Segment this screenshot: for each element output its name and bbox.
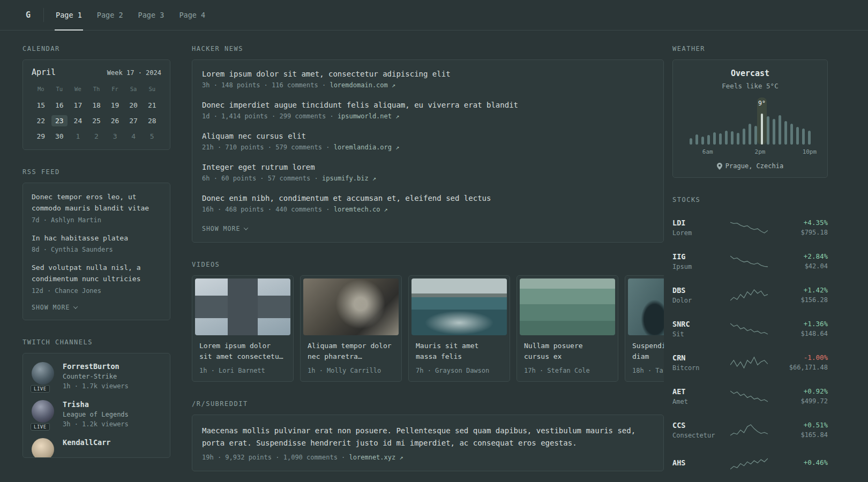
left-column: CALENDAR April Week 17 · 2024 Mo Tu We T… [23,45,170,482]
hacker-news-widget: HACKER NEWS Lorem ipsum dolor sit amet, … [192,45,664,243]
hn-story-domain-link[interactable]: loremdomain.com [330,81,387,89]
stock-row[interactable]: SNRC Sit +1.36% $148.64 [672,312,828,345]
hn-story-domain-link[interactable]: ipsumify.biz [322,175,369,182]
stock-price: $499.72 [776,397,828,405]
calendar-day: 16 [50,97,69,113]
hn-story-domain-link[interactable]: loremlandia.org [334,144,392,151]
center-column: HACKER NEWS Lorem ipsum dolor sit amet, … [192,45,664,482]
tab-page-1[interactable]: Page 1 [48,0,89,30]
calendar-day: 27 [124,113,143,129]
external-link-icon: ↗ [392,81,395,89]
top-nav: G Page 1 Page 2 Page 3 Page 4 [0,0,868,31]
calendar-day-next-month: 1 [69,129,87,144]
video-card[interactable]: Lorem ipsum dolor sit amet consectetu… 1… [192,275,294,382]
twitch-channel[interactable]: LIVE Trisha League of Legends 3h · 1.2k … [32,400,161,428]
stock-change: +0.92% [776,387,828,395]
stock-change: +0.46% [776,458,828,466]
external-link-icon: ↗ [384,206,388,213]
reddit-post-title[interactable]: Maecenas mollis pulvinar erat non posuer… [202,425,654,449]
stock-symbol: DBS [672,286,722,295]
stock-price: $148.64 [776,330,828,337]
rss-item-title[interactable]: Sed volutpat nulla nisl, a condimentum n… [32,262,161,285]
reddit-post-domain-link[interactable]: loremnet.xyz [349,454,396,461]
time-label: 10pm [803,148,817,155]
video-meta: 1h · Molly Carrillo [308,367,394,374]
rss-show-more-button[interactable]: SHOW MORE [32,304,161,311]
external-link-icon: ↗ [399,454,403,461]
stock-row[interactable]: DBS Dolor +1.42% $156.28 [672,278,828,312]
stock-change: -1.00% [776,353,828,362]
stock-row[interactable]: CCS Consectetur +0.51% $165.84 [672,413,828,447]
hn-story: Donec imperdiet augue tincidunt felis al… [202,101,654,120]
stock-name: Sit [672,330,722,338]
hn-story-title[interactable]: Integer eget rutrum lorem [202,163,654,171]
stock-row[interactable]: AHS +0.46% [672,447,828,480]
calendar-day: 18 [87,97,106,113]
channel-game: Counter-Strike [63,373,129,380]
stock-row[interactable]: CRN Bitcorn -1.00% $66,171.48 [672,345,828,379]
weather-bar [741,97,747,145]
hn-show-more-button[interactable]: SHOW MORE [202,225,654,232]
avatar: LIVE [32,362,55,390]
hn-story-title[interactable]: Donec enim nibh, condimentum et accumsan… [202,194,654,202]
weekday-label: Mo [32,84,50,97]
video-title[interactable]: Nullam posuere cursus ex [524,341,611,362]
tab-page-4[interactable]: Page 4 [171,0,213,30]
rss-item-title[interactable]: In hac habitasse platea [32,233,161,244]
channel-name[interactable]: Trisha [63,400,129,409]
tab-page-2[interactable]: Page 2 [89,0,131,30]
weather-bar [783,97,789,145]
video-title[interactable]: Aliquam tempor dolor nec pharetra… [308,341,394,362]
tab-page-3[interactable]: Page 3 [131,0,172,30]
hn-story-meta: 16h · 468 points · 440 comments · loremt… [202,206,654,213]
stock-price: $156.28 [776,296,828,304]
rss-widget: RSS FEED Donec tempor eros leo, ut commo… [23,168,170,320]
stock-name: Amet [672,398,722,405]
video-card[interactable]: Suspendis diam 18h · Tara [625,275,664,382]
calendar-grid: Mo Tu We Th Fr Sa Su 15 16 17 18 19 20 2… [32,84,161,144]
video-card[interactable]: Aliquam tempor dolor nec pharetra… 1h · … [300,275,402,382]
channel-name[interactable]: ForrestBurton [63,362,129,371]
chevron-down-icon [73,304,78,308]
chevron-down-icon [244,225,248,230]
stock-sparkline [722,389,776,403]
calendar-day: 19 [106,97,124,113]
rss-card: Donec tempor eros leo, ut commodo mauris… [23,183,170,320]
video-title[interactable]: Lorem ipsum dolor sit amet consectetu… [199,341,286,362]
hn-story-title[interactable]: Lorem ipsum dolor sit amet, consectetur … [202,70,654,78]
external-link-icon: ↗ [395,144,399,151]
hn-story-title[interactable]: Aliquam nec cursus elit [202,132,654,140]
hn-story-domain-link[interactable]: loremtech.co [334,206,380,213]
stock-row[interactable]: AET Amet +0.92% $499.72 [672,379,828,413]
live-badge: LIVE [31,423,50,431]
video-title[interactable]: Suspendis diam [632,341,664,362]
stock-price: $42.04 [776,262,828,270]
twitch-channel[interactable]: KendallCarr [32,438,161,458]
channel-name[interactable]: KendallCarr [63,438,110,447]
hn-story-domain-link[interactable]: ipsumworld.net [338,112,392,120]
rss-item-title[interactable]: Donec tempor eros leo, ut commodo mauris… [32,192,161,214]
video-meta: 1h · Lori Barnett [199,367,286,374]
calendar-day-selected: 23 [50,113,69,129]
subreddit-card: Maecenas mollis pulvinar erat non posuer… [192,415,664,471]
stock-price: $795.18 [776,229,828,236]
calendar-day-next-month: 3 [106,129,124,144]
weather-widget: WEATHER Overcast Feels like 5°C 9° 6am 2… [672,45,828,178]
weather-bar [765,97,771,145]
weather-bar [806,97,812,145]
weather-bar [706,97,712,145]
location-pin-icon [717,163,722,170]
videos-row: Lorem ipsum dolor sit amet consectetu… 1… [192,275,664,382]
video-card[interactable]: Mauris sit amet massa felis 7h · Grayson… [408,275,510,382]
hn-story-meta: 21h · 710 points · 579 comments · loreml… [202,144,654,151]
hn-story-title[interactable]: Donec imperdiet augue tincidunt felis al… [202,101,654,109]
video-title[interactable]: Mauris sit amet massa felis [416,341,503,362]
calendar-day: 30 [50,129,69,144]
video-card[interactable]: Nullam posuere cursus ex 17h · Stefan Co… [517,275,618,382]
twitch-channel[interactable]: LIVE ForrestBurton Counter-Strike 1h · 1… [32,362,161,390]
stock-row[interactable]: LDI Lorem +4.35% $795.18 [672,210,828,244]
hacker-news-card: Lorem ipsum dolor sit amet, consectetur … [192,59,664,243]
weather-location-text: Prague, Czechia [725,162,783,170]
video-thumbnail [520,278,615,335]
stock-row[interactable]: IIG Ipsum +2.84% $42.04 [672,244,828,278]
